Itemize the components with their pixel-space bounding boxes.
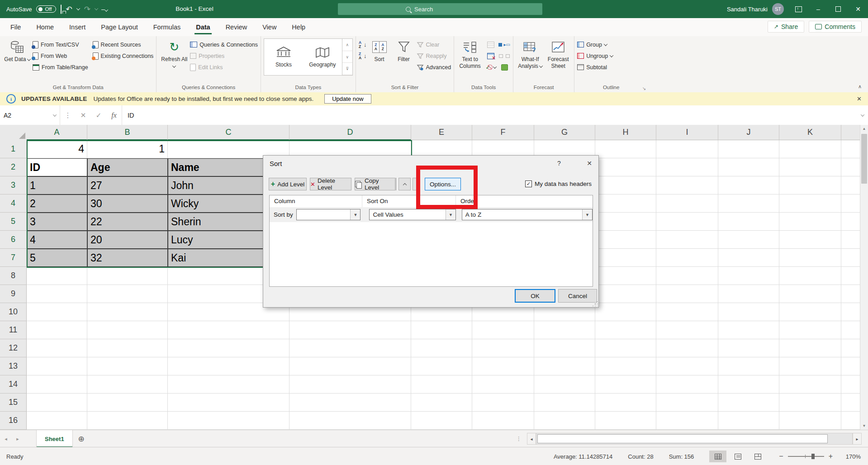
cell[interactable] bbox=[27, 412, 87, 430]
sheet-tab-sheet1[interactable]: Sheet1 bbox=[36, 430, 73, 447]
cell[interactable] bbox=[595, 140, 656, 158]
cell[interactable] bbox=[27, 394, 87, 412]
cell[interactable] bbox=[87, 412, 168, 430]
get-data-button[interactable]: Get Data bbox=[3, 38, 32, 63]
cell[interactable] bbox=[411, 339, 472, 357]
cell[interactable] bbox=[656, 176, 718, 195]
cell[interactable] bbox=[168, 394, 289, 412]
manage-data-model-icon[interactable] bbox=[501, 62, 508, 73]
cell[interactable]: 4 bbox=[27, 231, 87, 249]
cell[interactable] bbox=[656, 303, 718, 321]
row-header[interactable]: 6 bbox=[0, 231, 27, 249]
add-level-button[interactable]: + Add Level bbox=[269, 178, 307, 190]
cell[interactable] bbox=[472, 394, 534, 412]
row-header[interactable]: 5 bbox=[0, 213, 27, 231]
cell[interactable] bbox=[595, 375, 656, 394]
cell[interactable] bbox=[289, 339, 411, 357]
cell[interactable] bbox=[779, 267, 841, 285]
quick-access-customize-icon[interactable] bbox=[105, 5, 108, 13]
cell[interactable] bbox=[841, 195, 860, 213]
avatar[interactable]: ST bbox=[772, 3, 784, 15]
cell[interactable] bbox=[656, 231, 718, 249]
gallery-down-icon[interactable]: ∨ bbox=[342, 51, 352, 63]
gallery-up-icon[interactable]: ∧ bbox=[342, 39, 352, 51]
update-now-button[interactable]: Update now bbox=[324, 94, 371, 104]
column-header[interactable]: F bbox=[472, 125, 534, 140]
cell[interactable] bbox=[168, 339, 289, 357]
cell[interactable]: 2 bbox=[27, 195, 87, 213]
cell[interactable] bbox=[595, 412, 656, 430]
cell[interactable] bbox=[27, 267, 87, 285]
cancel-button[interactable]: Cancel bbox=[558, 289, 597, 303]
cell[interactable]: 30 bbox=[87, 195, 168, 213]
column-header[interactable]: I bbox=[656, 125, 718, 140]
cell[interactable] bbox=[779, 339, 841, 357]
cell[interactable] bbox=[289, 412, 411, 430]
cell[interactable] bbox=[656, 339, 718, 357]
tab-view[interactable]: View bbox=[255, 18, 284, 36]
cell[interactable] bbox=[718, 321, 779, 339]
tab-home[interactable]: Home bbox=[28, 18, 62, 36]
cell[interactable] bbox=[656, 213, 718, 231]
cell[interactable] bbox=[841, 357, 860, 375]
cell[interactable] bbox=[718, 412, 779, 430]
cell[interactable]: 5 bbox=[27, 249, 87, 267]
cell[interactable] bbox=[411, 321, 472, 339]
cell[interactable] bbox=[27, 285, 87, 303]
row-header[interactable]: 8 bbox=[0, 267, 27, 285]
cell[interactable] bbox=[595, 394, 656, 412]
column-header[interactable]: B bbox=[87, 125, 168, 140]
cell[interactable] bbox=[534, 321, 595, 339]
cell[interactable] bbox=[718, 267, 779, 285]
from-table-range-button[interactable]: From Table/Range bbox=[33, 62, 88, 73]
cell[interactable] bbox=[595, 357, 656, 375]
cell[interactable] bbox=[656, 249, 718, 267]
cell[interactable] bbox=[595, 249, 656, 267]
zoom-percentage[interactable]: 170% bbox=[841, 453, 861, 460]
formula-bar-value[interactable]: ID bbox=[122, 105, 857, 125]
cell[interactable] bbox=[656, 285, 718, 303]
undo-icon[interactable]: ↶ bbox=[66, 5, 72, 13]
row-header[interactable]: 13 bbox=[0, 357, 27, 375]
cell[interactable] bbox=[779, 285, 841, 303]
dropdown-arrow-icon[interactable]: ▼ bbox=[446, 209, 455, 220]
cell[interactable] bbox=[289, 321, 411, 339]
advanced-filter-button[interactable]: Advanced bbox=[417, 62, 451, 73]
my-data-has-headers-checkbox[interactable]: ✓ My data has headers bbox=[525, 180, 592, 187]
group-rows-button[interactable]: Group bbox=[577, 39, 613, 50]
row-header[interactable]: 1 bbox=[0, 140, 27, 158]
column-header[interactable]: A bbox=[27, 125, 87, 140]
tab-data[interactable]: Data bbox=[188, 18, 218, 36]
expand-formula-bar-icon[interactable] bbox=[857, 105, 868, 125]
ribbon-display-options-icon[interactable]: ↑ bbox=[788, 0, 808, 18]
scroll-up-icon[interactable]: ▲ bbox=[860, 125, 868, 133]
cell[interactable] bbox=[779, 303, 841, 321]
cell[interactable] bbox=[168, 321, 289, 339]
cell[interactable] bbox=[472, 357, 534, 375]
cell[interactable] bbox=[411, 412, 472, 430]
name-box[interactable]: A2 bbox=[0, 105, 60, 125]
cell[interactable] bbox=[534, 357, 595, 375]
cell[interactable] bbox=[534, 412, 595, 430]
cell[interactable] bbox=[718, 176, 779, 195]
restore-button[interactable] bbox=[828, 0, 848, 18]
minimize-button[interactable]: – bbox=[808, 0, 828, 18]
tab-page-layout[interactable]: Page Layout bbox=[93, 18, 145, 36]
cell[interactable] bbox=[289, 394, 411, 412]
share-button[interactable]: ↗Share bbox=[768, 21, 804, 33]
copy-level-button[interactable]: Copy Level bbox=[355, 178, 395, 190]
tab-file[interactable]: File bbox=[3, 18, 28, 36]
zoom-out-icon[interactable]: − bbox=[779, 452, 783, 460]
cell[interactable] bbox=[841, 394, 860, 412]
sort-options-button[interactable]: Options... bbox=[425, 178, 461, 190]
cell[interactable] bbox=[27, 303, 87, 321]
tab-review[interactable]: Review bbox=[218, 18, 255, 36]
cell[interactable] bbox=[779, 140, 841, 158]
cell[interactable] bbox=[718, 249, 779, 267]
row-header[interactable]: 9 bbox=[0, 285, 27, 303]
cell[interactable] bbox=[534, 375, 595, 394]
cell[interactable] bbox=[718, 158, 779, 176]
cell[interactable] bbox=[289, 357, 411, 375]
outline-dialog-launcher-icon[interactable]: ↘ bbox=[642, 86, 646, 91]
cell[interactable] bbox=[718, 375, 779, 394]
